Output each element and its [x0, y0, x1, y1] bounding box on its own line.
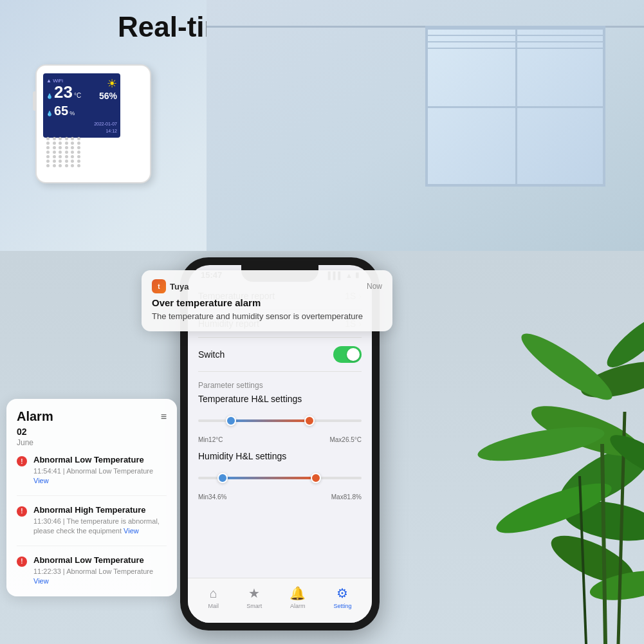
- nav-smart-label: Smart: [246, 603, 262, 609]
- sun-icon: ☀: [99, 77, 117, 91]
- phone-bottom-nav: ⌂ Mail ★ Smart 🔔 Alarm ⚙ Setting: [188, 578, 372, 623]
- humidity-hl-label: Humidity H&L settings: [198, 451, 362, 461]
- top-section: Real-time Update & App Alerts Upper/Lowe…: [0, 0, 644, 251]
- switch-row[interactable]: Switch: [198, 338, 362, 372]
- device-temp: 23: [54, 84, 73, 100]
- alarm-item-3-desc: 11:22:33 | Abnormal Low Temperature View: [33, 567, 167, 587]
- nav-home[interactable]: ⌂ Mail: [208, 586, 219, 609]
- nav-smart[interactable]: ★ Smart: [246, 585, 262, 609]
- toggle-knob: [347, 348, 360, 361]
- alarm-item-1-desc: 11:54:41 | Abnormal Low Temperature View: [33, 466, 167, 486]
- filter-icon[interactable]: ≡: [161, 411, 167, 423]
- device-humidity: 65: [54, 104, 68, 118]
- room-background: [207, 0, 644, 251]
- parameter-section-header: Parameter settings: [198, 372, 362, 394]
- hum-range-fill: [223, 477, 316, 479]
- alarm-dot-3: !: [17, 557, 27, 567]
- temp-hl-label: Temperature H&L settings: [198, 394, 362, 404]
- alarm-title: Alarm: [17, 409, 53, 424]
- alarm-date: 02: [17, 427, 167, 437]
- alarm-icon: 🔔: [290, 585, 306, 601]
- hum-max-label: Max81.8%: [331, 493, 362, 501]
- temp-range-container: [198, 409, 362, 432]
- smart-icon: ★: [248, 585, 260, 601]
- setting-icon: ⚙: [336, 585, 348, 601]
- hum-min-label: Min34.6%: [198, 493, 226, 501]
- humidity-hl-section: Humidity H&L settings Min34.6% Max81.8%: [198, 451, 362, 501]
- device-screen: ▲ WiFi 💧 23 °C ☀ 56% 💧 65: [43, 73, 120, 138]
- device-speaker: [46, 137, 85, 169]
- alarm-view-2[interactable]: View: [124, 527, 139, 535]
- temp-min-label: Min12°C: [198, 436, 223, 443]
- svg-point-12: [475, 420, 607, 468]
- notification-popup: t Tuya Now Over temperature alarm The te…: [142, 270, 392, 331]
- switch-toggle[interactable]: [333, 346, 362, 363]
- device-date: 2022-01-07: [46, 121, 117, 128]
- temp-range-thumb-left[interactable]: [226, 416, 236, 426]
- alarm-item-3: ! Abnormal Low Temperature 11:22:33 | Ab…: [17, 555, 167, 587]
- alarm-dot-1: !: [17, 456, 27, 466]
- notif-body: The temperature and humidity sensor is o…: [152, 311, 382, 322]
- temp-range-fill: [231, 419, 309, 422]
- device-body: ▲ WiFi 💧 23 °C ☀ 56% 💧 65: [35, 64, 151, 183]
- alarm-view-1[interactable]: View: [33, 477, 49, 484]
- nav-home-label: Mail: [208, 603, 219, 609]
- device-hum-display: 56%: [99, 91, 117, 101]
- device-image: ▲ WiFi 💧 23 °C ☀ 56% 💧 65: [35, 64, 164, 206]
- temp-max-label: Max26.5°C: [329, 436, 362, 443]
- nav-setting[interactable]: ⚙ Setting: [333, 585, 351, 609]
- alarm-month: June: [17, 438, 167, 447]
- alarm-item-2-title: Abnormal High Temperature: [33, 505, 167, 515]
- notif-app-name: Tuya: [170, 282, 189, 291]
- hum-range-thumb-right[interactable]: [311, 473, 321, 483]
- svg-point-3: [515, 325, 619, 409]
- temp-range-thumb-right[interactable]: [304, 416, 315, 426]
- alarm-item-2-desc: 11:30:46 | The temperature is abnormal, …: [33, 517, 167, 537]
- nav-alarm[interactable]: 🔔 Alarm: [290, 585, 306, 609]
- alarm-panel: Alarm ≡ 02 June ! Abnormal Low Temperatu…: [6, 399, 177, 596]
- temp-hl-section: Temperature H&L settings Min12°C Max26.5…: [198, 394, 362, 443]
- alarm-item-1: ! Abnormal Low Temperature 11:54:41 | Ab…: [17, 455, 167, 496]
- alarm-item-3-title: Abnormal Low Temperature: [33, 555, 167, 565]
- hum-range-thumb-left[interactable]: [217, 473, 228, 483]
- device-temp-unit: °C: [74, 92, 81, 99]
- alarm-item-2: ! Abnormal High Temperature 11:30:46 | T…: [17, 505, 167, 546]
- alarm-dot-2: !: [17, 506, 27, 517]
- nav-alarm-label: Alarm: [290, 603, 306, 609]
- bottom-section: t Tuya Now Over temperature alarm The te…: [0, 251, 644, 644]
- nav-setting-label: Setting: [333, 603, 351, 609]
- alarm-item-1-title: Abnormal Low Temperature: [33, 455, 167, 465]
- switch-label: Switch: [198, 349, 225, 360]
- temp-range-track: [198, 419, 362, 422]
- device-time: 14:12: [46, 128, 117, 135]
- plants-background: [425, 251, 644, 644]
- notif-title: Over temperature alarm: [152, 297, 382, 308]
- device-hum-unit: %: [69, 110, 75, 116]
- hum-range-container: [198, 466, 362, 490]
- alarm-view-3[interactable]: View: [33, 577, 49, 585]
- tuya-logo: t: [152, 279, 166, 293]
- notif-time: Now: [367, 282, 382, 291]
- home-icon: ⌂: [210, 586, 217, 601]
